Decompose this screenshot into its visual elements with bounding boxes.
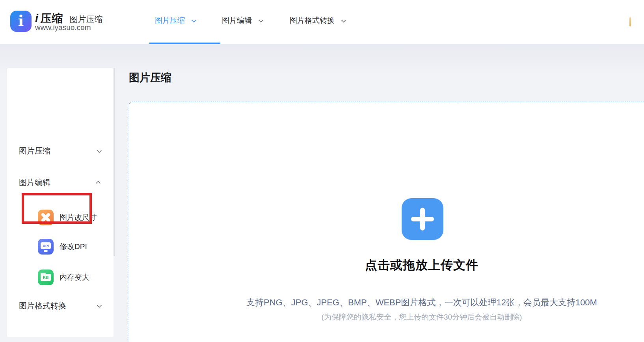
nav-item-label: 图片压缩 (155, 15, 185, 26)
chevron-up-icon (96, 180, 101, 186)
page: i i 压缩 图片压缩 www.iyasuo.com 图片压缩 图片编辑 图片格… (0, 0, 644, 342)
brand-logo-letter: i (18, 13, 24, 28)
active-tab-underline (149, 43, 220, 44)
sidebar-group-label: 图片压缩 (19, 146, 50, 156)
dpi-monitor-icon: DPI (38, 239, 54, 255)
nav-item-label: 图片格式转换 (290, 15, 335, 26)
sidebar-item-label: 图片改尺寸 (60, 212, 97, 223)
chevron-down-icon (259, 17, 264, 22)
chevron-down-icon (97, 148, 102, 153)
sidebar-group-image-compress[interactable]: 图片压缩 (7, 144, 114, 158)
page-title: 图片压缩 (129, 71, 171, 85)
sidebar-item-dpi[interactable]: DPI 修改DPI (38, 239, 87, 255)
sidebar-group-label: 图片格式转换 (19, 301, 66, 311)
sidebar-scrollbar[interactable] (114, 68, 115, 256)
header: i i 压缩 图片压缩 www.iyasuo.com 图片压缩 图片编辑 图片格… (0, 0, 644, 44)
kb-folder-icon: KB (38, 270, 54, 285)
upload-support-text: 支持PNG、JPG、JPEG、BMP、WEBP图片格式，一次可以处理12张，会员… (129, 297, 644, 309)
sidebar-group-label: 图片编辑 (19, 177, 50, 188)
upload-privacy-text: (为保障您的隐私安全，您上传的文件30分钟后会被自动删除) (129, 312, 644, 322)
brand-url: www.iyasuo.com (35, 23, 91, 32)
nav-item-label: 图片编辑 (222, 15, 252, 26)
sidebar: 图片压缩 图片编辑 图片改尺寸 DPI 修改DPI KB 内存变大 (7, 68, 114, 337)
sidebar-item-resize[interactable]: 图片改尺寸 (38, 210, 97, 225)
nav-item-image-edit[interactable]: 图片编辑 (222, 15, 262, 26)
sidebar-item-label: 内存变大 (60, 272, 89, 283)
upload-headline: 点击或拖放上传文件 (129, 257, 644, 273)
chevron-down-icon (97, 303, 102, 308)
sidebar-item-label: 修改DPI (60, 242, 87, 252)
vip-gold-icon (629, 17, 631, 26)
brand-logo[interactable]: i (10, 11, 32, 32)
resize-crossed-tools-icon (38, 210, 54, 225)
nav-item-format-convert[interactable]: 图片格式转换 (290, 15, 345, 26)
chevron-down-icon (341, 17, 346, 22)
nav-item-image-compress[interactable]: 图片压缩 (155, 15, 195, 26)
dpi-icon-text: DPI (41, 242, 51, 249)
kb-icon-text: KB (41, 274, 51, 281)
sidebar-item-enlarge-size[interactable]: KB 内存变大 (38, 270, 89, 285)
chevron-down-icon (192, 17, 197, 22)
sidebar-group-image-edit[interactable]: 图片编辑 (7, 176, 114, 189)
plus-icon[interactable] (402, 198, 443, 240)
sidebar-group-format-convert[interactable]: 图片格式转换 (7, 299, 114, 312)
